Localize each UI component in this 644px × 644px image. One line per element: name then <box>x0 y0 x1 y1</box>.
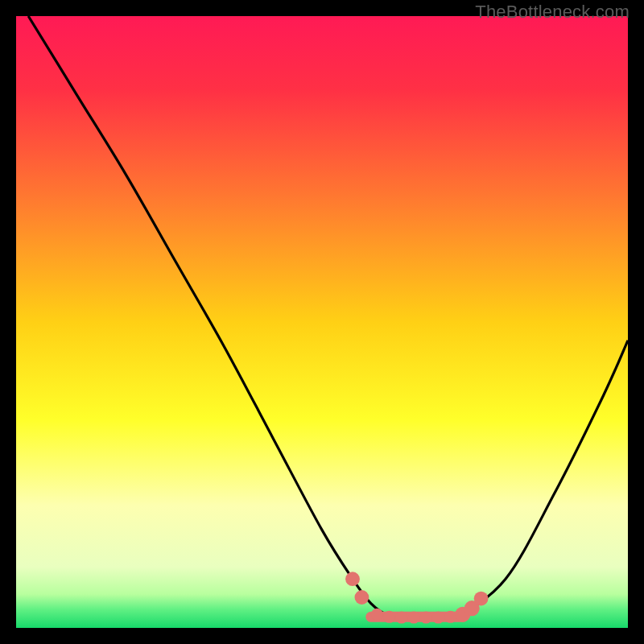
valley-marker <box>345 572 360 586</box>
valley-marker <box>395 612 407 624</box>
valley-marker <box>355 590 369 605</box>
valley-marker <box>432 612 444 624</box>
chart-frame <box>16 16 628 628</box>
watermark-text: TheBottleneck.com <box>475 2 630 23</box>
valley-marker <box>420 612 432 624</box>
valley-marker <box>383 611 395 623</box>
valley-marker <box>474 592 489 606</box>
valley-marker <box>371 609 383 621</box>
valley-marker <box>444 611 456 623</box>
gradient-background <box>16 16 628 628</box>
bottleneck-chart <box>16 16 628 628</box>
valley-marker <box>407 612 419 624</box>
